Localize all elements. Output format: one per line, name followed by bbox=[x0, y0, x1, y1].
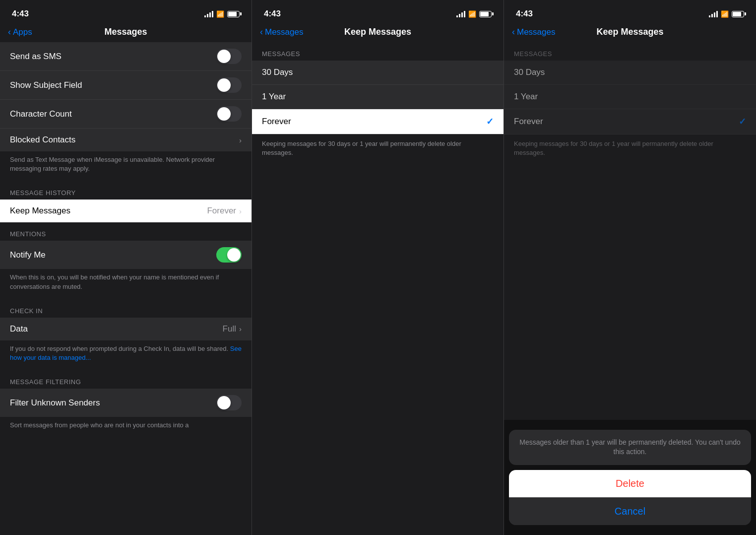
keep-messages-row[interactable]: Keep Messages Forever › bbox=[0, 200, 252, 222]
status-time-1: 4:43 bbox=[12, 9, 29, 19]
show-subject-field-label: Show Subject Field bbox=[10, 80, 82, 90]
status-bar-3: 4:43 📶 bbox=[504, 0, 756, 25]
action-sheet-buttons: Delete Cancel bbox=[509, 470, 751, 525]
option-forever-label-3: Forever bbox=[514, 117, 543, 127]
keep-messages-right: Forever › bbox=[207, 206, 242, 216]
sms-footnote: Send as Text Message when iMessage is un… bbox=[0, 151, 252, 181]
status-icons-3: 📶 bbox=[709, 10, 744, 18]
character-count-label: Character Count bbox=[10, 109, 72, 119]
data-right: Full › bbox=[223, 324, 242, 334]
option-1-year-3[interactable]: 1 Year bbox=[504, 85, 756, 109]
check-in-group: Data Full › bbox=[0, 318, 252, 340]
wifi-icon-3: 📶 bbox=[721, 10, 729, 18]
character-count-toggle[interactable] bbox=[216, 106, 242, 122]
nav-bar-3: ‹ Messages Keep Messages bbox=[504, 25, 756, 42]
message-filtering-group: Filter Unknown Senders bbox=[0, 389, 252, 417]
back-button-3[interactable]: ‹ Messages bbox=[512, 27, 555, 37]
action-sheet-message-box: Messages older than 1 year will be perma… bbox=[509, 430, 751, 465]
panel-keep-messages-action: 4:43 📶 ‹ Messages Keep Messages MESSAGES… bbox=[504, 0, 756, 535]
option-forever-3[interactable]: Forever ✓ bbox=[504, 109, 756, 134]
notify-me-toggle[interactable] bbox=[216, 247, 242, 263]
character-count-row[interactable]: Character Count bbox=[0, 100, 252, 129]
notify-me-label: Notify Me bbox=[10, 250, 46, 260]
keep-messages-footnote-3: Keeping messages for 30 days or 1 year w… bbox=[504, 134, 756, 162]
status-icons-2: 📶 bbox=[456, 10, 492, 18]
panel1-content: Send as SMS Show Subject Field Character… bbox=[0, 42, 252, 535]
panel-keep-messages: 4:43 📶 ‹ Messages Keep Messages MESSAGES bbox=[252, 0, 504, 535]
battery-icon-1 bbox=[227, 11, 240, 17]
status-time-3: 4:43 bbox=[516, 9, 533, 19]
battery-icon-3 bbox=[732, 11, 744, 17]
status-bar-1: 4:43 📶 bbox=[0, 0, 252, 25]
wifi-icon-2: 📶 bbox=[468, 10, 476, 18]
chevron-left-icon-1: ‹ bbox=[8, 27, 11, 37]
nav-bar-2: ‹ Messages Keep Messages bbox=[252, 25, 504, 42]
blocked-contacts-row[interactable]: Blocked Contacts › bbox=[0, 129, 252, 151]
option-forever-label: Forever bbox=[262, 117, 291, 127]
option-1-year[interactable]: 1 Year bbox=[252, 85, 504, 109]
keep-messages-options-group: 30 Days 1 Year Forever ✓ bbox=[252, 61, 504, 134]
filter-unknown-row[interactable]: Filter Unknown Senders bbox=[0, 389, 252, 417]
filter-footnote: Sort messages from people who are not in… bbox=[0, 417, 252, 438]
back-label-2: Messages bbox=[265, 27, 303, 37]
delete-button[interactable]: Delete bbox=[509, 470, 751, 498]
keep-messages-label: Keep Messages bbox=[10, 206, 70, 216]
section-message-filtering: MESSAGE FILTERING bbox=[0, 370, 252, 389]
status-bar-2: 4:43 📶 bbox=[252, 0, 504, 25]
nav-bar-1: ‹ Apps Messages bbox=[0, 25, 252, 42]
back-button-2[interactable]: ‹ Messages bbox=[260, 27, 303, 37]
blocked-contacts-label: Blocked Contacts bbox=[10, 135, 75, 145]
section-mentions: MENTIONS bbox=[0, 222, 252, 241]
chevron-left-icon-2: ‹ bbox=[260, 27, 263, 37]
option-1-year-label-3: 1 Year bbox=[514, 92, 538, 102]
battery-icon-2 bbox=[479, 11, 492, 17]
data-value: Full bbox=[223, 324, 236, 334]
chevron-right-icon-keep: › bbox=[239, 207, 242, 215]
wifi-icon-1: 📶 bbox=[216, 10, 224, 18]
send-as-sms-row[interactable]: Send as SMS bbox=[0, 42, 252, 71]
cancel-button[interactable]: Cancel bbox=[509, 498, 751, 525]
panel2-content: MESSAGES 30 Days 1 Year Forever ✓ Keepin… bbox=[252, 42, 504, 535]
option-30-days-3[interactable]: 30 Days bbox=[504, 61, 756, 85]
checkmark-icon-forever: ✓ bbox=[486, 116, 494, 127]
show-subject-toggle[interactable] bbox=[216, 77, 242, 93]
chevron-left-icon-3: ‹ bbox=[512, 27, 515, 37]
message-history-group: Keep Messages Forever › bbox=[0, 200, 252, 222]
back-button-1[interactable]: ‹ Apps bbox=[8, 27, 32, 37]
page-title-1: Messages bbox=[104, 27, 147, 37]
filter-unknown-toggle[interactable] bbox=[216, 395, 242, 410]
send-as-sms-label: Send as SMS bbox=[10, 52, 62, 62]
chevron-right-icon-data: › bbox=[239, 325, 242, 333]
option-1-year-label: 1 Year bbox=[262, 92, 286, 102]
data-label: Data bbox=[10, 324, 28, 334]
blocked-contacts-right: › bbox=[239, 136, 242, 144]
checkmark-icon-forever-3: ✓ bbox=[739, 116, 746, 127]
section-check-in: CHECK IN bbox=[0, 299, 252, 318]
keep-messages-value: Forever bbox=[207, 206, 236, 216]
show-subject-field-row[interactable]: Show Subject Field bbox=[0, 71, 252, 100]
option-30-days-label-3: 30 Days bbox=[514, 67, 545, 77]
section-messages-3: MESSAGES bbox=[504, 42, 756, 61]
status-time-2: 4:43 bbox=[264, 9, 281, 19]
option-30-days[interactable]: 30 Days bbox=[252, 61, 504, 85]
keep-messages-footnote: Keeping messages for 30 days or 1 year w… bbox=[252, 134, 504, 162]
mentions-group: Notify Me bbox=[0, 241, 252, 269]
filter-unknown-label: Filter Unknown Senders bbox=[10, 398, 100, 408]
signal-icon-2 bbox=[456, 10, 465, 17]
data-row[interactable]: Data Full › bbox=[0, 318, 252, 340]
send-as-sms-toggle[interactable] bbox=[216, 49, 242, 64]
option-30-days-label: 30 Days bbox=[262, 67, 293, 77]
page-title-3: Keep Messages bbox=[596, 27, 663, 37]
option-forever[interactable]: Forever ✓ bbox=[252, 109, 504, 134]
panel-messages-settings: 4:43 📶 ‹ Apps Messages Send as SMS bbox=[0, 0, 252, 535]
keep-messages-options-group-3: 30 Days 1 Year Forever ✓ bbox=[504, 61, 756, 134]
back-label-3: Messages bbox=[517, 27, 555, 37]
chevron-right-icon-blocked: › bbox=[239, 136, 242, 144]
action-sheet-overlay: Messages older than 1 year will be perma… bbox=[504, 420, 756, 535]
back-label-1: Apps bbox=[13, 27, 32, 37]
page-title-2: Keep Messages bbox=[344, 27, 411, 37]
signal-icon-1 bbox=[204, 10, 213, 17]
notify-me-row[interactable]: Notify Me bbox=[0, 241, 252, 269]
check-in-footnote: If you do not respond when prompted duri… bbox=[0, 340, 252, 370]
status-icons-1: 📶 bbox=[204, 10, 240, 18]
